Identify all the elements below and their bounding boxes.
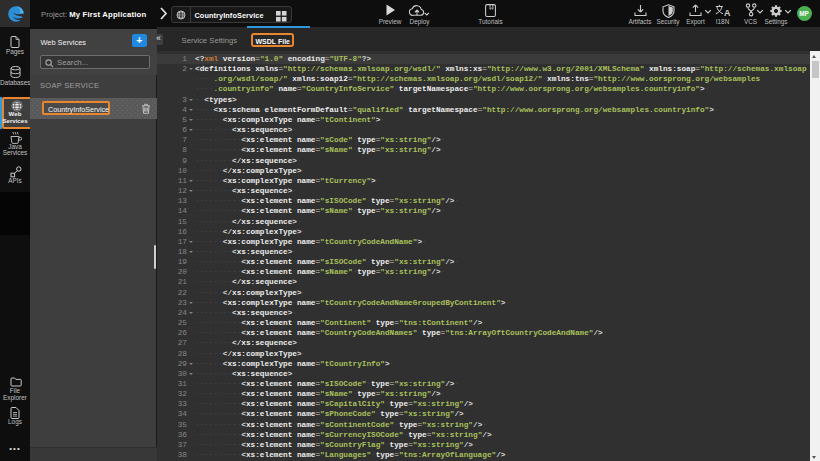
svg-text:A: A xyxy=(724,8,731,17)
